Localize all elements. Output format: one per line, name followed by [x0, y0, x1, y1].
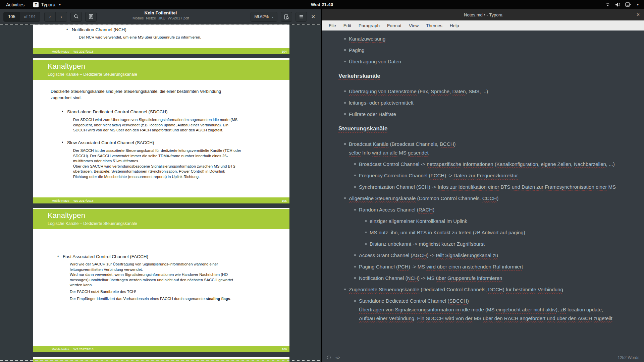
- document-filename: Mobile_Netze_JKU_WS2017.pdf: [90, 16, 231, 20]
- footer-term: WS 2017/2018: [73, 50, 94, 53]
- dashed-separator-bottom: [0, 360, 321, 361]
- slide-intro-text: Dedizierte Steuerungskanäle sind jene St…: [51, 88, 221, 101]
- slide-bullet-heading: Slow Associated Control Channel (SACCH): [67, 140, 154, 145]
- document-title: Kein Folientitel Mobile_Netze_JKU_WS2017…: [90, 10, 231, 20]
- typora-statusbar: </> 1252 Words: [322, 353, 644, 362]
- typora-titlebar: Notes.md • - Typora ✕: [322, 9, 644, 20]
- slide-paragraph: Der NCH wird verwendet, um eine MS über …: [79, 35, 201, 40]
- menu-file[interactable]: File: [326, 22, 339, 29]
- markdown-list-item: Broadcast Control Channel -> netzspezifi…: [338, 160, 636, 169]
- document-title-text: Kein Folientitel: [90, 10, 231, 15]
- battery-icon: [625, 2, 631, 7]
- list-bullet-icon: [344, 90, 346, 92]
- slide-paragraph: Der SACCH ist der assoziierte Steuerungs…: [73, 148, 241, 179]
- menu-edit[interactable]: Edit: [340, 22, 354, 29]
- slide-bullet-heading: Fast Associated Control Channel (FACCH): [63, 254, 148, 259]
- dashed-separator-top: [0, 24, 321, 25]
- pdf-page-107: [33, 357, 289, 362]
- markdown-list-item: Random Access Channel (RACH): [338, 205, 636, 214]
- list-bullet-icon: [344, 197, 346, 199]
- markdown-list-item: Notification Channel (NCH) -> MS über Gr…: [338, 274, 636, 283]
- page-number-input[interactable]: [4, 12, 20, 21]
- slide-paragraph: Wird wie der SACCH zur Übertragung von S…: [70, 262, 233, 288]
- typora-app-icon: T: [33, 2, 39, 7]
- menu-view[interactable]: View: [406, 22, 422, 29]
- annotations-button[interactable]: [281, 12, 292, 22]
- markdown-list-item: MS nutz ihn, um mit BTS in Kontakt zu tr…: [338, 228, 636, 237]
- list-bullet-icon: [344, 102, 346, 104]
- markdown-list-item: Access Grant Channel (AGCH) -> teilt Sig…: [338, 251, 636, 260]
- slide-subtitle: Logische Kanäle – Dedizierte Steuerungsk…: [48, 72, 137, 77]
- list-bullet-icon: [344, 113, 346, 115]
- markdown-list-item: Paging: [338, 46, 636, 55]
- wifi-icon: [605, 2, 610, 7]
- pdf-page-106: Kanaltypen Logische Kanäle – Dedizierte …: [33, 208, 289, 352]
- markdown-heading: Steuerungskanäle: [338, 124, 636, 133]
- slide-title-band: Kanaltypen Logische Kanäle – Dedizierte …: [33, 60, 289, 80]
- menu-format[interactable]: Format: [384, 22, 405, 29]
- previous-page-button[interactable]: ‹: [44, 12, 56, 22]
- outline-toggle-icon[interactable]: [327, 356, 331, 359]
- hamburger-menu-icon: [299, 15, 303, 18]
- markdown-list-item: Broadcast Kanäle (Broadcast Channels, BC…: [338, 140, 636, 157]
- typora-menubar: FileEditParagraphFormatViewThemesHelp: [322, 20, 644, 31]
- search-button[interactable]: [70, 12, 82, 22]
- next-page-button[interactable]: ›: [56, 12, 67, 22]
- list-bullet-icon: [354, 163, 356, 165]
- clock[interactable]: Wed 21:40: [311, 2, 333, 7]
- slide-title: Kanaltypen: [48, 62, 85, 71]
- typora-window-title: Notes.md • - Typora: [464, 12, 502, 17]
- markdown-list-item: Kanalzuweisung: [338, 35, 636, 43]
- zoom-level-dropdown[interactable]: 59.62% ⌄: [251, 12, 277, 22]
- list-bullet-icon: [344, 289, 346, 290]
- pdf-viewer-window: of 191 ‹ › Kein Folientitel Mobile_Netze…: [0, 9, 321, 362]
- footer-page-number: 106: [282, 348, 287, 351]
- markdown-list-item: Standalone Dedicated Control Channel (SD…: [338, 297, 636, 323]
- slide-note-stealing-flags: Der Empfänger identifiziert das Vorhande…: [70, 296, 231, 302]
- main-menu-button[interactable]: [296, 12, 307, 22]
- list-bullet-icon: [354, 266, 356, 267]
- markdown-list-item: Übertragung von Daten: [338, 57, 636, 66]
- chevron-down-icon: ⌄: [271, 15, 274, 18]
- system-status-area[interactable]: ▼: [605, 2, 644, 7]
- slide-footer: Mobile Netze WS 2017/2018 105: [33, 197, 289, 203]
- chevron-down-icon: ▼: [58, 3, 61, 6]
- pdf-document-canvas[interactable]: Notification Channel (NCH) Der NCH wird …: [0, 24, 321, 362]
- markdown-list-item: Distanz unbekannt -> möglichst kurzer Zu…: [338, 240, 636, 248]
- footer-page-number: 104: [282, 50, 287, 53]
- list-bullet-icon: [354, 254, 356, 256]
- slide-subtitle: Logische Kanäle – Dedizierte Steuerungsk…: [48, 221, 137, 226]
- list-bullet-icon: [354, 209, 356, 210]
- markdown-list-item: Fullrate oder Halfrate: [338, 110, 636, 119]
- menu-paragraph[interactable]: Paragraph: [356, 22, 383, 29]
- markdown-list-item: Frequency Correction Channel (FCCH) -> D…: [338, 171, 636, 180]
- slide-paragraph: Der SDCCH wird zum Übertragen von Signal…: [73, 117, 237, 133]
- pdf-page-105: Kanaltypen Logische Kanäle – Dedizierte …: [33, 58, 289, 203]
- app-menu-button[interactable]: T Typora ▼: [33, 2, 61, 7]
- menu-help[interactable]: Help: [447, 22, 462, 29]
- slide-title-band: Kanaltypen Logische Kanäle – Dedizierte …: [33, 209, 289, 229]
- window-close-button[interactable]: ✕: [307, 14, 318, 20]
- slide-footer: Mobile Netze WS 2017/2018 104: [33, 48, 289, 54]
- system-menu-chevron-icon: ▼: [636, 3, 639, 6]
- slide-footer: Mobile Netze WS 2017/2018 106: [33, 346, 289, 352]
- list-bullet-icon: [344, 49, 346, 51]
- markdown-heading: Verkehrskanäle: [338, 72, 636, 80]
- pdf-toolbar: of 191 ‹ › Kein Folientitel Mobile_Netze…: [0, 9, 321, 24]
- footer-term: WS 2017/2018: [73, 199, 94, 202]
- markdown-editor[interactable]: KanalzuweisungPagingÜbertragung von Date…: [322, 31, 644, 353]
- list-bullet-icon: [344, 61, 346, 62]
- source-code-mode-icon[interactable]: </>: [335, 356, 340, 360]
- word-count[interactable]: 1252 Words: [618, 355, 639, 360]
- list-bullet-icon: [354, 277, 356, 279]
- window-close-button[interactable]: ✕: [636, 12, 640, 17]
- gnome-top-bar: Activities T Typora ▼ Wed 21:40 ▼: [0, 0, 644, 9]
- activities-button[interactable]: Activities: [6, 2, 24, 7]
- list-bullet-icon: [354, 186, 356, 188]
- menu-themes[interactable]: Themes: [423, 22, 445, 29]
- app-menu-label: Typora: [41, 2, 55, 7]
- slide-bullet-heading: Stand-alone Dedicated Control Channel (S…: [67, 109, 167, 114]
- pdf-page-104: Notification Channel (NCH) Der NCH wird …: [33, 24, 289, 54]
- list-bullet-icon: [344, 38, 346, 40]
- typora-window: Notes.md • - Typora ✕ FileEditParagraphF…: [322, 9, 644, 362]
